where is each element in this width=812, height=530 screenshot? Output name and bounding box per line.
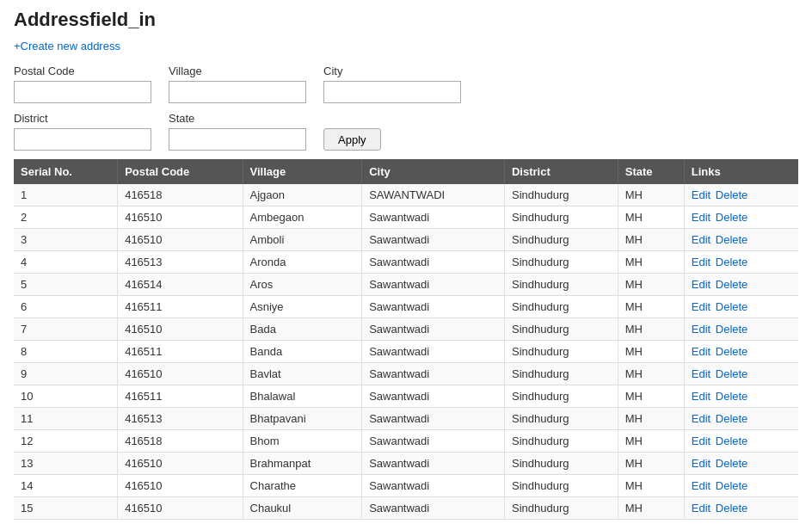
delete-link[interactable]: Delete: [716, 233, 748, 246]
cell-serial: 12: [14, 430, 118, 453]
district-label: District: [14, 112, 151, 125]
table-row: 10416511BhalawalSawantwadiSindhudurgMHEd…: [14, 385, 798, 408]
village-input[interactable]: [169, 81, 306, 103]
delete-link[interactable]: Delete: [716, 323, 748, 336]
cell-links: Edit Delete: [684, 363, 798, 385]
cell-postal_code: 416510: [118, 229, 243, 251]
cell-village: Bhom: [243, 430, 362, 453]
column-header-links: Links: [684, 159, 798, 184]
state-label: State: [169, 112, 306, 125]
cell-serial: 5: [14, 274, 118, 296]
cell-links: Edit Delete: [684, 318, 798, 341]
cell-district: Sindhudurg: [504, 341, 618, 363]
cell-serial: 15: [14, 497, 118, 520]
table-row: 12416518BhomSawantwadiSindhudurgMHEdit D…: [14, 430, 798, 453]
delete-link[interactable]: Delete: [716, 345, 748, 358]
delete-link[interactable]: Delete: [716, 211, 748, 224]
delete-link[interactable]: Delete: [716, 502, 748, 515]
cell-city: Sawantwadi: [362, 296, 505, 318]
cell-links: Edit Delete: [684, 274, 798, 296]
cell-city: Sawantwadi: [362, 318, 505, 341]
cell-state: MH: [618, 430, 684, 453]
table-row: 3416510AmboliSawantwadiSindhudurgMHEdit …: [14, 229, 798, 251]
cell-state: MH: [618, 363, 684, 385]
column-header-district: District: [504, 159, 618, 184]
cell-postal_code: 416511: [118, 341, 243, 363]
edit-link[interactable]: Edit: [692, 278, 710, 291]
edit-link[interactable]: Edit: [692, 434, 710, 447]
delete-link[interactable]: Delete: [716, 390, 748, 403]
delete-link[interactable]: Delete: [716, 256, 748, 268]
delete-link[interactable]: Delete: [716, 367, 748, 380]
delete-link[interactable]: Delete: [716, 188, 748, 201]
delete-link[interactable]: Delete: [716, 457, 748, 470]
cell-postal_code: 416513: [118, 408, 243, 430]
edit-link[interactable]: Edit: [692, 211, 710, 224]
edit-link[interactable]: Edit: [692, 256, 710, 268]
delete-link[interactable]: Delete: [716, 278, 748, 291]
apply-group: Apply: [323, 128, 381, 151]
column-header-serial-no.: Serial No.: [14, 159, 118, 184]
edit-link[interactable]: Edit: [692, 412, 710, 425]
district-input[interactable]: [14, 128, 151, 151]
cell-serial: 3: [14, 229, 118, 251]
cell-state: MH: [618, 341, 684, 363]
cell-postal_code: 416514: [118, 274, 243, 296]
cell-serial: 7: [14, 318, 118, 341]
state-group: State: [169, 112, 306, 151]
edit-link[interactable]: Edit: [692, 457, 710, 470]
district-group: District: [14, 112, 151, 151]
edit-link[interactable]: Edit: [692, 323, 710, 336]
delete-link[interactable]: Delete: [716, 412, 748, 425]
cell-city: Sawantwadi: [362, 206, 505, 229]
postal-code-label: Postal Code: [14, 65, 151, 77]
edit-link[interactable]: Edit: [692, 367, 710, 380]
cell-postal_code: 416510: [118, 475, 243, 497]
edit-link[interactable]: Edit: [692, 345, 710, 358]
cell-state: MH: [618, 453, 684, 475]
table-body: 1416518AjgaonSAWANTWADISindhudurgMHEdit …: [14, 184, 798, 520]
edit-link[interactable]: Edit: [692, 479, 710, 492]
delete-link[interactable]: Delete: [716, 479, 748, 492]
delete-link[interactable]: Delete: [716, 434, 748, 447]
cell-links: Edit Delete: [684, 341, 798, 363]
cell-state: MH: [618, 408, 684, 430]
cell-village: Ajgaon: [243, 184, 362, 206]
city-group: City: [323, 65, 461, 103]
postal-code-input[interactable]: [14, 81, 151, 103]
cell-city: Sawantwadi: [362, 408, 505, 430]
cell-serial: 4: [14, 251, 118, 274]
city-input[interactable]: [323, 81, 461, 103]
table-row: 5416514ArosSawantwadiSindhudurgMHEdit De…: [14, 274, 798, 296]
cell-village: Banda: [243, 341, 362, 363]
cell-village: Chaukul: [243, 497, 362, 520]
cell-state: MH: [618, 497, 684, 520]
create-new-address-link[interactable]: +Create new address: [14, 40, 120, 52]
cell-village: Asniye: [243, 296, 362, 318]
column-header-postal-code: Postal Code: [118, 159, 243, 184]
cell-postal_code: 416510: [118, 206, 243, 229]
cell-postal_code: 416518: [118, 184, 243, 206]
cell-links: Edit Delete: [684, 184, 798, 206]
edit-link[interactable]: Edit: [692, 502, 710, 515]
cell-serial: 1: [14, 184, 118, 206]
cell-links: Edit Delete: [684, 408, 798, 430]
state-input[interactable]: [169, 128, 306, 151]
apply-button[interactable]: Apply: [323, 128, 381, 151]
edit-link[interactable]: Edit: [692, 188, 710, 201]
cell-city: SAWANTWADI: [362, 184, 505, 206]
edit-link[interactable]: Edit: [692, 300, 710, 313]
cell-district: Sindhudurg: [504, 318, 618, 341]
cell-state: MH: [618, 251, 684, 274]
cell-district: Sindhudurg: [504, 385, 618, 408]
filter-section: Postal Code Village City District State …: [14, 65, 798, 151]
edit-link[interactable]: Edit: [692, 390, 710, 403]
cell-district: Sindhudurg: [504, 206, 618, 229]
cell-serial: 11: [14, 408, 118, 430]
delete-link[interactable]: Delete: [716, 300, 748, 313]
edit-link[interactable]: Edit: [692, 233, 710, 246]
table-row: 6416511AsniyeSawantwadiSindhudurgMHEdit …: [14, 296, 798, 318]
cell-city: Sawantwadi: [362, 274, 505, 296]
table-row: 4416513ArondaSawantwadiSindhudurgMHEdit …: [14, 251, 798, 274]
header-row: Serial No.Postal CodeVillageCityDistrict…: [14, 159, 798, 184]
